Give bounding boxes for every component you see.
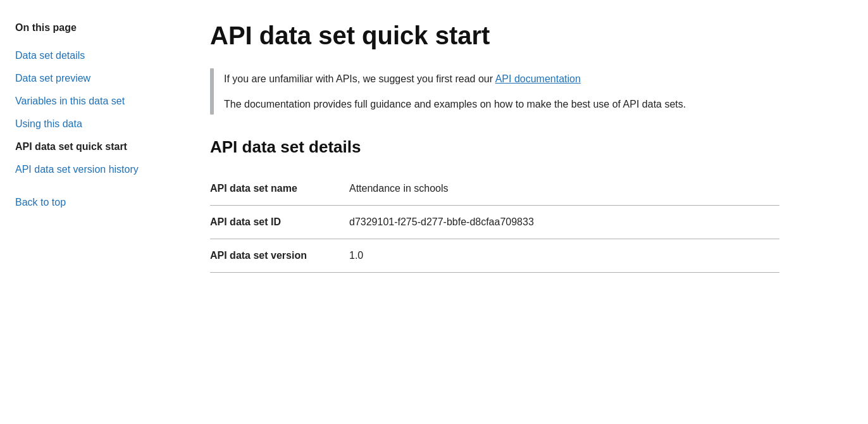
sidebar: On this page Data set details Data set p… (15, 20, 180, 404)
sidebar-divider (15, 180, 180, 190)
sidebar-link-api-quick-start[interactable]: API data set quick start (15, 141, 127, 152)
callout-content: If you are unfamiliar with APIs, we sugg… (214, 68, 696, 115)
callout-paragraph-1-prefix: If you are unfamiliar with APIs, we sugg… (224, 73, 495, 84)
table-row: API data set version 1.0 (210, 239, 779, 273)
sidebar-link-api-version-history[interactable]: API data set version history (15, 164, 139, 175)
sidebar-item-api-version-history[interactable]: API data set version history (15, 159, 180, 180)
details-table: API data set name Attendance in schools … (210, 172, 779, 273)
sidebar-link-data-set-preview[interactable]: Data set preview (15, 73, 90, 84)
table-label-id: API data set ID (210, 206, 349, 239)
main-content: API data set quick start If you are unfa… (210, 20, 779, 404)
api-documentation-link[interactable]: API documentation (495, 73, 581, 84)
table-label-name: API data set name (210, 172, 349, 206)
callout-paragraph-2: The documentation provides full guidance… (224, 96, 686, 113)
table-value-id: d7329101-f275-d277-bbfe-d8cfaa709833 (349, 206, 779, 239)
sidebar-nav: Data set details Data set preview Variab… (15, 46, 180, 180)
page-wrapper: On this page Data set details Data set p… (0, 0, 868, 424)
table-row: API data set name Attendance in schools (210, 172, 779, 206)
sidebar-link-variables[interactable]: Variables in this data set (15, 96, 125, 106)
sidebar-item-using-this-data[interactable]: Using this data (15, 114, 180, 134)
sidebar-link-data-set-details[interactable]: Data set details (15, 50, 85, 61)
back-to-top-link[interactable]: Back to top (15, 195, 180, 210)
table-value-version: 1.0 (349, 239, 779, 273)
page-title: API data set quick start (210, 20, 779, 51)
callout-block: If you are unfamiliar with APIs, we sugg… (210, 68, 779, 115)
sidebar-item-data-set-details[interactable]: Data set details (15, 46, 180, 66)
sidebar-link-using-this-data[interactable]: Using this data (15, 118, 82, 129)
sidebar-title: On this page (15, 20, 180, 35)
table-label-version: API data set version (210, 239, 349, 273)
details-section-heading: API data set details (210, 135, 779, 159)
sidebar-item-data-set-preview[interactable]: Data set preview (15, 68, 180, 89)
table-value-name: Attendance in schools (349, 172, 779, 206)
callout-paragraph-1: If you are unfamiliar with APIs, we sugg… (224, 71, 686, 87)
table-row: API data set ID d7329101-f275-d277-bbfe-… (210, 206, 779, 239)
sidebar-item-variables[interactable]: Variables in this data set (15, 91, 180, 111)
sidebar-item-api-quick-start[interactable]: API data set quick start (15, 137, 180, 157)
